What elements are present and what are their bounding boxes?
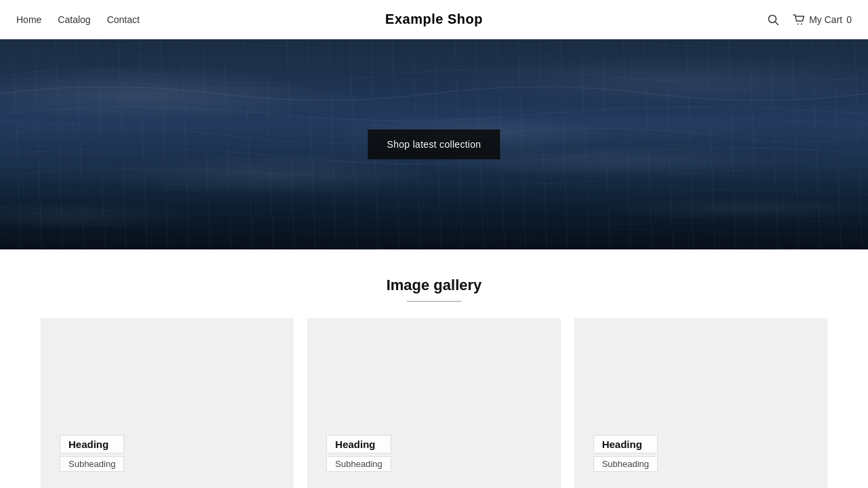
shop-collection-button[interactable]: Shop latest collection <box>368 129 500 159</box>
gallery-card-1[interactable]: Heading Subheading <box>41 318 294 488</box>
gallery-card-2-heading: Heading <box>326 435 391 453</box>
gallery-card-1-subheading: Subheading <box>60 456 124 472</box>
gallery-title-wrap: Image gallery <box>41 277 827 302</box>
site-logo: Example Shop <box>385 12 483 27</box>
gallery-title: Image gallery <box>41 277 827 294</box>
hero-section: Shop latest collection <box>0 39 868 249</box>
gallery-card-3-labels: Heading Subheading <box>593 435 658 472</box>
svg-point-8 <box>637 84 854 103</box>
svg-point-7 <box>20 167 183 183</box>
search-button[interactable] <box>764 11 782 28</box>
gallery-divider <box>407 301 461 302</box>
gallery-card-2-labels: Heading Subheading <box>326 435 391 472</box>
cart-label: My Cart <box>809 14 842 25</box>
gallery-card-1-heading: Heading <box>60 435 124 453</box>
gallery-card-2[interactable]: Heading Subheading <box>307 318 560 488</box>
svg-point-4 <box>115 87 359 114</box>
svg-point-3 <box>801 23 802 24</box>
gallery-section: Image gallery Heading Subheading Heading… <box>0 249 868 488</box>
cart-count: 0 <box>846 14 852 25</box>
hero-cta-container: Shop latest collection <box>368 129 500 159</box>
cart-icon <box>793 14 805 25</box>
cart-button[interactable]: My Cart 0 <box>793 14 852 25</box>
header-actions: My Cart 0 <box>764 11 852 28</box>
svg-point-2 <box>797 23 799 24</box>
svg-point-0 <box>769 15 776 22</box>
main-nav: Home Catalog Contact <box>16 14 140 25</box>
site-header: Home Catalog Contact Example Shop My Car… <box>0 0 868 39</box>
nav-contact[interactable]: Contact <box>107 14 140 25</box>
search-icon <box>767 14 779 26</box>
gallery-card-2-subheading: Subheading <box>326 456 391 472</box>
gallery-card-3[interactable]: Heading Subheading <box>574 318 827 488</box>
gallery-card-3-subheading: Subheading <box>593 456 658 472</box>
gallery-grid: Heading Subheading Heading Subheading He… <box>41 318 827 488</box>
nav-catalog[interactable]: Catalog <box>58 14 90 25</box>
nav-home[interactable]: Home <box>16 14 41 25</box>
svg-point-5 <box>475 115 746 140</box>
gallery-card-3-heading: Heading <box>593 435 658 453</box>
gallery-card-1-labels: Heading Subheading <box>60 435 124 472</box>
svg-line-1 <box>776 22 778 24</box>
